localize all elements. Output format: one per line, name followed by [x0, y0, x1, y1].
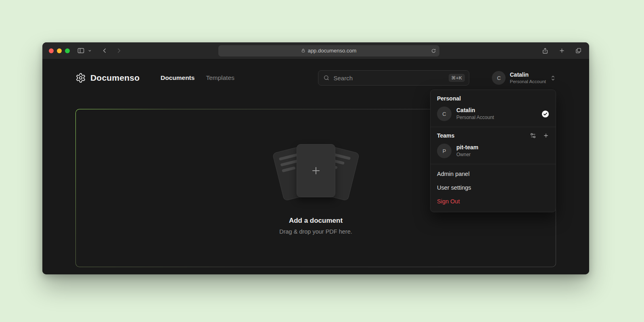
chevron-right-icon: [115, 47, 122, 54]
account-type: Personal Account: [510, 79, 546, 85]
chevrons-up-down-icon: [550, 75, 556, 81]
share-icon: [542, 47, 549, 54]
personal-section: Personal C Catalin Personal Account: [431, 90, 556, 127]
titlebar-actions: [541, 46, 583, 55]
primary-nav: Documents Templates: [161, 74, 234, 82]
search-input[interactable]: Search ⌘+K: [318, 70, 469, 86]
plus-icon: [558, 47, 565, 54]
menu-item-user-settings[interactable]: User settings: [431, 181, 556, 194]
add-plus-icon: [310, 165, 322, 177]
reload-button[interactable]: [431, 48, 436, 53]
search-shortcut-badge: ⌘+K: [449, 74, 465, 82]
team-name: pit-team: [456, 144, 478, 151]
menu-actions: Admin panel User settings Sign Out: [431, 164, 556, 212]
personal-section-label: Personal: [436, 95, 550, 102]
manage-teams-button[interactable]: [530, 132, 536, 139]
personal-account-item[interactable]: C Catalin Personal Account: [436, 107, 550, 121]
document-card-center: [297, 144, 335, 197]
share-button[interactable]: [541, 46, 550, 55]
selected-check-icon: [542, 110, 549, 118]
nav-templates[interactable]: Templates: [206, 74, 234, 82]
brand[interactable]: Documenso: [75, 73, 140, 83]
sidebar-toggle-button[interactable]: [76, 46, 86, 55]
menu-item-admin-panel[interactable]: Admin panel: [431, 167, 556, 181]
chevron-left-icon: [101, 47, 108, 54]
team-role: Owner: [456, 152, 478, 158]
menu-item-sign-out[interactable]: Sign Out: [431, 194, 556, 208]
personal-account-subtitle: Personal Account: [456, 115, 494, 121]
titlebar-center: app.documenso.com: [123, 45, 534, 56]
sliders-icon: [530, 132, 536, 139]
teams-section-label: Teams: [437, 132, 454, 139]
team-item[interactable]: P pit-team Owner: [436, 144, 550, 158]
browser-window: app.documenso.com: [42, 42, 589, 274]
dropzone-subtitle: Drag & drop your PDF here.: [279, 228, 352, 235]
plus-icon: [543, 132, 549, 139]
brand-name: Documenso: [90, 73, 140, 83]
search-icon: [323, 75, 330, 81]
dropzone-title: Add a document: [289, 217, 343, 225]
nav-documents[interactable]: Documents: [161, 74, 194, 82]
new-tab-button[interactable]: [558, 46, 566, 55]
add-team-button[interactable]: [543, 132, 549, 139]
close-button[interactable]: [49, 48, 54, 53]
desktop: app.documenso.com: [0, 0, 644, 322]
lock-icon: [301, 48, 305, 53]
url-text: app.documenso.com: [308, 48, 357, 54]
traffic-lights: [49, 48, 70, 53]
documenso-logo-icon: [75, 73, 86, 83]
minimize-button[interactable]: [57, 48, 62, 53]
sidebar-chevron-down-icon[interactable]: [87, 48, 92, 53]
zoom-button[interactable]: [65, 48, 70, 53]
tabs-icon: [575, 47, 582, 54]
documents-illustration: [273, 142, 359, 205]
teams-section: Teams: [431, 127, 556, 164]
account-name: Catalin: [510, 71, 546, 78]
personal-account-name: Catalin: [456, 107, 494, 114]
browser-titlebar: app.documenso.com: [42, 42, 589, 59]
forward-button[interactable]: [115, 46, 123, 55]
search-placeholder: Search: [333, 75, 353, 82]
avatar: C: [492, 71, 506, 85]
avatar: P: [437, 144, 452, 158]
account-dropdown-menu: Personal C Catalin Personal Account: [430, 90, 556, 212]
back-button[interactable]: [100, 46, 109, 55]
address-bar[interactable]: app.documenso.com: [218, 45, 439, 56]
tab-overview-button[interactable]: [574, 46, 583, 55]
reload-icon: [431, 48, 436, 53]
sidebar-icon: [77, 47, 85, 54]
page-content: Documenso Documents Templates Search ⌘+K…: [42, 59, 589, 274]
account-menu-button[interactable]: C Catalin Personal Account: [492, 71, 556, 85]
avatar: C: [437, 107, 452, 121]
